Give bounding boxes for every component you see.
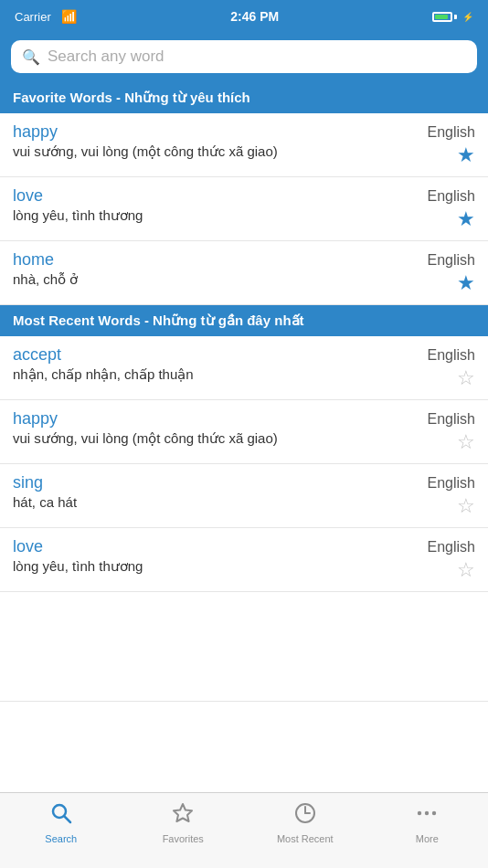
favorites-tab-icon <box>170 800 196 830</box>
wifi-icon: 📶 <box>61 9 77 24</box>
word-definition: vui sướng, vui lòng (một công thức xã gi… <box>13 430 428 454</box>
word-definition: vui sướng, vui lòng (một công thức xã gi… <box>13 143 428 167</box>
battery-tip <box>454 15 457 19</box>
word-language: English <box>428 475 475 492</box>
tab-favorites[interactable]: Favorites <box>122 800 245 844</box>
most-recent-tab-label: Most Recent <box>277 833 334 844</box>
list-item[interactable]: happy English vui sướng, vui lòng (một c… <box>0 400 488 464</box>
search-bar-container: 🔍 Search any word <box>0 33 488 82</box>
svg-point-6 <box>418 811 421 815</box>
search-input-placeholder[interactable]: Search any word <box>48 48 164 66</box>
battery-icon <box>432 12 457 22</box>
battery-body <box>432 12 452 22</box>
list-item[interactable]: accept English nhận, chấp nhận, chấp thu… <box>0 336 488 400</box>
svg-line-1 <box>64 817 70 823</box>
tab-bar: Search Favorites Most Recent More <box>0 792 488 868</box>
empty-space <box>0 592 488 702</box>
more-tab-icon <box>414 800 440 830</box>
tab-most-recent[interactable]: Most Recent <box>244 800 366 844</box>
search-tab-icon <box>48 800 74 830</box>
star-icon[interactable]: ☆ <box>428 366 475 390</box>
word-title[interactable]: happy <box>13 409 428 429</box>
word-language: English <box>428 124 475 141</box>
svg-point-7 <box>425 811 429 815</box>
word-language: English <box>428 252 475 269</box>
list-item[interactable]: love English lòng yêu, tình thương ☆ <box>0 528 488 592</box>
recent-section-header: Most Recent Words - Những từ gần đây nhấ… <box>0 305 488 336</box>
charging-icon: ⚡ <box>462 12 473 22</box>
word-definition: lòng yêu, tình thương <box>13 207 428 231</box>
word-title[interactable]: home <box>13 250 428 270</box>
search-tab-label: Search <box>45 833 77 844</box>
word-language: English <box>428 539 475 556</box>
favorites-section-header: Favorite Words - Những từ yêu thích <box>0 82 488 113</box>
favorites-tab-label: Favorites <box>163 833 204 844</box>
word-language: English <box>428 188 475 205</box>
more-tab-label: More <box>416 833 439 844</box>
word-title[interactable]: accept <box>13 345 428 365</box>
star-icon[interactable]: ★ <box>428 271 475 295</box>
word-definition: hát, ca hát <box>13 494 428 518</box>
list-item[interactable]: love English lòng yêu, tình thương ★ <box>0 177 488 241</box>
list-item[interactable]: sing English hát, ca hát ☆ <box>0 464 488 528</box>
word-language: English <box>428 411 475 428</box>
star-icon[interactable]: ★ <box>428 207 475 231</box>
star-icon[interactable]: ☆ <box>428 494 475 518</box>
battery-fill <box>435 15 448 19</box>
list-item[interactable]: happy English vui sướng, vui lòng (một c… <box>0 113 488 177</box>
tab-search[interactable]: Search <box>0 800 122 844</box>
status-icons: ⚡ <box>432 12 473 22</box>
time-display: 2:46 PM <box>230 9 279 24</box>
word-definition: lòng yêu, tình thương <box>13 558 428 582</box>
status-bar: Carrier 📶 2:46 PM ⚡ <box>0 0 488 33</box>
star-icon[interactable]: ☆ <box>428 558 475 582</box>
carrier-label: Carrier <box>15 10 51 24</box>
most-recent-tab-icon <box>292 800 318 830</box>
search-icon: 🔍 <box>22 48 40 66</box>
word-language: English <box>428 347 475 364</box>
word-title[interactable]: love <box>13 186 428 206</box>
svg-marker-2 <box>174 804 192 821</box>
carrier-info: Carrier 📶 <box>15 9 77 24</box>
tab-more[interactable]: More <box>366 800 489 844</box>
svg-point-8 <box>432 811 436 815</box>
list-item[interactable]: home English nhà, chỗ ở ★ <box>0 241 488 305</box>
star-icon[interactable]: ☆ <box>428 430 475 454</box>
word-title[interactable]: happy <box>13 122 428 142</box>
search-bar[interactable]: 🔍 Search any word <box>11 40 477 73</box>
star-icon[interactable]: ★ <box>428 143 475 167</box>
word-title[interactable]: love <box>13 537 428 556</box>
word-title[interactable]: sing <box>13 473 428 492</box>
word-definition: nhà, chỗ ở <box>13 271 428 295</box>
word-definition: nhận, chấp nhận, chấp thuận <box>13 366 428 390</box>
